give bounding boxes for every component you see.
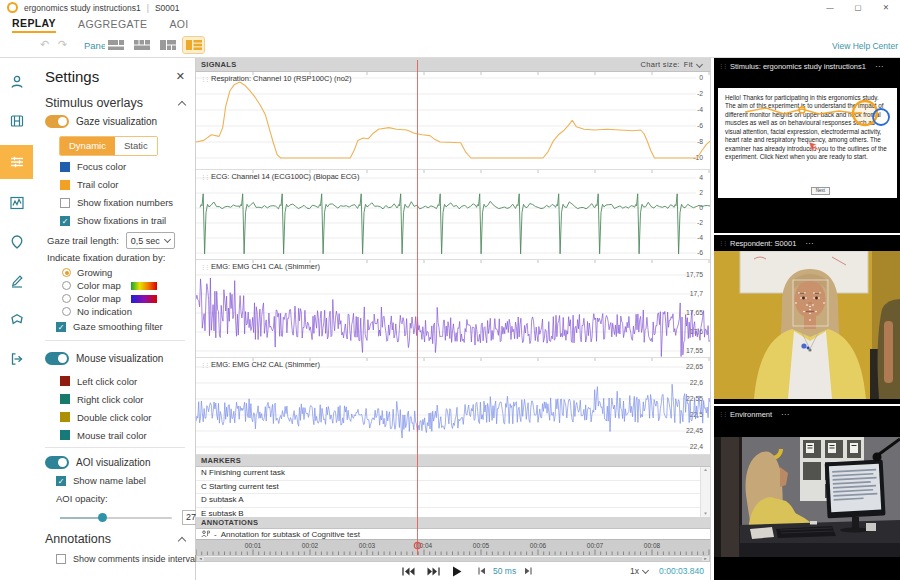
mouse-color-row[interactable]: Double click color — [60, 408, 151, 426]
tab-aoi[interactable]: AOI — [169, 18, 188, 32]
marker-row[interactable]: C Starting current test — [196, 481, 710, 495]
radio-icon[interactable] — [62, 307, 71, 316]
next-marker-button[interactable] — [427, 567, 440, 576]
sidebar-item-export[interactable] — [0, 344, 33, 374]
layout-option-3-button[interactable] — [157, 37, 178, 53]
svg-text:22,65: 22,65 — [686, 363, 703, 370]
step-size-label[interactable]: 50 ms — [493, 566, 516, 576]
scroll-down-icon[interactable]: ▼ — [701, 511, 710, 516]
marker-row[interactable]: D subtask A — [196, 494, 710, 508]
playhead-line[interactable] — [417, 60, 419, 555]
focus-color-row[interactable]: Focus color — [60, 161, 126, 172]
scroll-right-icon[interactable]: ► — [702, 556, 709, 561]
show-fixation-numbers-row[interactable]: Show fixation numbers — [60, 197, 173, 208]
trail-color-row[interactable]: Trail color — [60, 179, 118, 190]
show-name-label-checkbox[interactable]: ✓ — [56, 476, 66, 486]
radio-icon[interactable] — [62, 294, 71, 303]
radio-icon[interactable] — [62, 268, 71, 277]
mouse-color-row[interactable]: Right click color — [60, 390, 151, 408]
focus-color-swatch[interactable] — [60, 162, 70, 172]
sidebar-item-signals[interactable] — [0, 188, 33, 218]
scroll-left-icon[interactable]: ◄ — [197, 556, 204, 561]
gaze-trail-length-select[interactable]: 0,5 sec — [126, 232, 175, 249]
sidebar-item-recordings[interactable] — [0, 106, 33, 136]
radio-icon[interactable] — [62, 281, 71, 290]
sidebar-item-settings[interactable] — [0, 145, 33, 179]
close-button[interactable]: ✕ — [872, 0, 900, 15]
minimize-button[interactable]: — — [816, 0, 844, 15]
show-comments-checkbox[interactable] — [56, 554, 66, 564]
mouse-color-row[interactable]: Left click color — [60, 372, 151, 390]
environment-scene — [714, 437, 900, 557]
drag-handle-icon[interactable]: ⋮⋮ — [200, 362, 208, 368]
respondent-panel-header[interactable]: ⋮⋮ Respondent: S0001 ⋯ — [714, 235, 900, 251]
tab-replay[interactable]: REPLAY — [12, 17, 56, 33]
undo-icon[interactable]: ↶ — [40, 38, 49, 51]
gaze-visualization-toggle[interactable] — [45, 115, 69, 128]
step-back-button[interactable] — [478, 567, 486, 575]
gaze-mode-dynamic-button[interactable]: Dynamic — [60, 137, 115, 155]
layout-option-4-button[interactable] — [183, 37, 204, 53]
panel-menu-icon[interactable]: ⋯ — [805, 239, 813, 248]
aoi-visualization-toggle[interactable] — [45, 456, 69, 469]
sidebar-item-markers[interactable] — [0, 227, 33, 257]
scroll-up-icon[interactable]: ▲ — [703, 467, 707, 472]
timeline-hscrollbar[interactable]: ◄ ► — [196, 555, 710, 562]
fixation-option-color-map[interactable]: Color map — [62, 279, 157, 292]
gaze-smoothing-row[interactable]: ✓ Gaze smoothing filter — [56, 321, 163, 332]
slider-knob[interactable] — [98, 513, 107, 522]
color-swatch[interactable] — [60, 394, 70, 404]
mouse-color-row[interactable]: Mouse trail color — [60, 426, 151, 444]
drag-handle-icon[interactable]: ⋮⋮ — [200, 264, 208, 270]
previous-marker-button[interactable] — [402, 567, 415, 576]
view-help-center-link[interactable]: View Help Center — [832, 41, 898, 51]
layout-option-1-button[interactable] — [105, 37, 126, 53]
aoi-opacity-slider[interactable] — [60, 517, 172, 519]
drag-handle-icon[interactable]: ⋮⋮ — [718, 240, 726, 246]
show-fixations-in-trail-checkbox[interactable]: ✓ — [60, 216, 70, 226]
fixation-option-no-indication[interactable]: No indication — [62, 305, 157, 318]
drag-handle-icon[interactable]: ⋮⋮ — [718, 63, 726, 69]
annotations-section-header[interactable]: Annotations — [45, 532, 185, 546]
environment-panel-header[interactable]: ⋮⋮ Environment ⋯ — [714, 406, 900, 422]
tab-aggregate[interactable]: AGGREGATE — [78, 18, 147, 32]
maximize-button[interactable]: ▢ — [844, 0, 872, 15]
show-comments-row[interactable]: Show comments inside intervals — [56, 554, 202, 564]
timeline-ruler[interactable]: 00:0100:0200:0300:0400:0500:0600:0700:08 — [196, 539, 710, 556]
playback-speed-dropdown[interactable]: 1x — [630, 566, 648, 576]
step-forward-button[interactable] — [524, 567, 532, 575]
drag-handle-icon[interactable]: ⋮⋮ — [200, 76, 208, 82]
layout-option-2-button[interactable] — [131, 37, 152, 53]
fixation-option-color-map[interactable]: Color map — [62, 292, 157, 305]
color-swatch[interactable] — [60, 412, 70, 422]
show-fixation-numbers-checkbox[interactable] — [60, 198, 70, 208]
mouse-visualization-toggle[interactable] — [45, 352, 69, 365]
sidebar-item-annotate[interactable] — [0, 266, 33, 296]
gaze-mode-static-button[interactable]: Static — [115, 137, 157, 155]
mouse-color-label: Right click color — [77, 394, 144, 405]
panel-menu-icon[interactable]: ⋯ — [875, 62, 883, 71]
drag-handle-icon[interactable]: ⋮⋮ — [718, 411, 726, 417]
show-name-label-row[interactable]: ✓ Show name label — [56, 475, 146, 486]
markers-scrollbar[interactable]: ▲ ▼ — [700, 467, 710, 517]
play-button[interactable] — [452, 566, 462, 577]
gaze-smoothing-checkbox[interactable]: ✓ — [56, 322, 66, 332]
fixation-option-growing[interactable]: Growing — [62, 266, 157, 279]
sidebar-item-respondent[interactable] — [0, 67, 33, 97]
drag-handle-icon[interactable]: ⋮⋮ — [200, 174, 208, 180]
hscroll-thumb[interactable] — [204, 557, 702, 561]
panel-menu-icon[interactable]: ⋯ — [781, 410, 789, 419]
stimulus-panel-header[interactable]: ⋮⋮ Stimulus: ergonomics study instructio… — [714, 58, 900, 74]
sidebar-item-aoi[interactable] — [0, 305, 33, 335]
chart-size-dropdown[interactable]: Chart size: Fit — [641, 58, 702, 72]
color-swatch[interactable] — [60, 430, 70, 440]
annotation-row[interactable]: - Annotation for subtask of Cognitive te… — [196, 529, 710, 539]
show-fixations-in-trail-row[interactable]: ✓ Show fixations in trail — [60, 215, 166, 226]
redo-icon[interactable]: ↷ — [58, 38, 67, 51]
layout-3-icon — [158, 38, 178, 52]
stimulus-overlays-section-header[interactable]: Stimulus overlays — [45, 96, 185, 110]
marker-row[interactable]: N Finishing current task — [196, 467, 710, 481]
color-swatch[interactable] — [60, 376, 70, 386]
trail-color-swatch[interactable] — [60, 180, 70, 190]
settings-close-icon[interactable]: ✕ — [176, 70, 185, 83]
